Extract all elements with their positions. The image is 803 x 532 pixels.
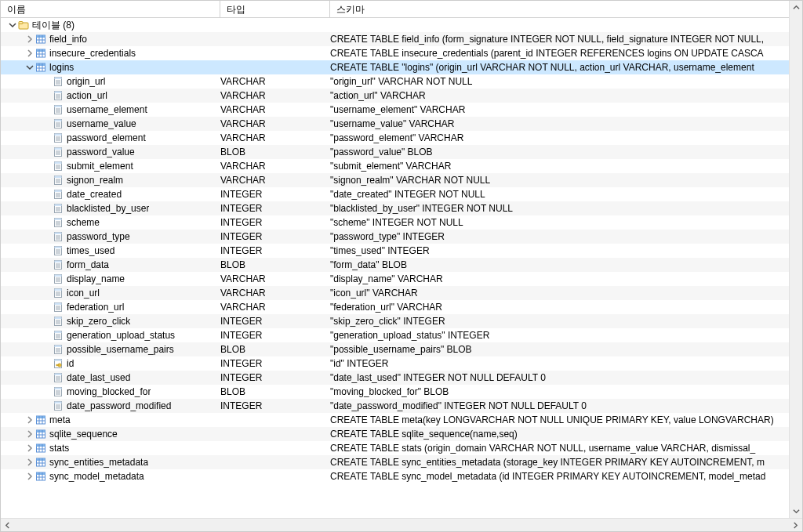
row-name-label: icon_url: [67, 286, 100, 300]
column-row[interactable]: icon_urlVARCHAR"icon_url" VARCHAR: [1, 286, 789, 300]
chevron-right-icon[interactable]: [24, 34, 35, 45]
table-row[interactable]: loginsCREATE TABLE "logins" (origin_url …: [1, 60, 789, 74]
folder-icon: [18, 20, 29, 31]
column-row[interactable]: blacklisted_by_userINTEGER"blacklisted_b…: [1, 201, 789, 215]
column-icon: [53, 302, 64, 313]
column-row[interactable]: display_nameVARCHAR"display_name" VARCHA…: [1, 272, 789, 286]
svg-rect-122: [55, 374, 62, 376]
row-schema-cell: "skip_zero_click" INTEGER: [330, 314, 789, 328]
column-icon: [53, 104, 64, 115]
row-type-cell: BLOB: [220, 258, 330, 272]
row-type-cell: [220, 469, 330, 483]
chevron-right-icon[interactable]: [24, 414, 35, 425]
row-name-label: date_last_used: [67, 371, 130, 385]
row-type-cell: VARCHAR: [220, 131, 330, 145]
scroll-right-icon[interactable]: [789, 519, 802, 532]
column-row[interactable]: password_typeINTEGER"password_type" INTE…: [1, 230, 789, 244]
tree-root-row[interactable]: 테이블 (8): [1, 18, 789, 32]
row-schema-cell: "generation_upload_status" INTEGER: [330, 328, 789, 342]
table-row[interactable]: insecure_credentialsCREATE TABLE insecur…: [1, 46, 789, 60]
row-schema-cell: "date_created" INTEGER NOT NULL: [330, 187, 789, 201]
column-icon: [53, 245, 64, 256]
column-row[interactable]: password_elementVARCHAR"password_element…: [1, 131, 789, 145]
column-row[interactable]: schemeINTEGER"scheme" INTEGER NOT NULL: [1, 215, 789, 230]
column-row[interactable]: date_password_modifiedINTEGER"date_passw…: [1, 399, 789, 413]
svg-rect-152: [37, 458, 45, 461]
row-type-cell: [220, 32, 330, 46]
chevron-right-icon[interactable]: [24, 48, 35, 59]
column-row[interactable]: date_createdINTEGER"date_created" INTEGE…: [1, 187, 789, 201]
row-type-cell: [220, 441, 330, 455]
column-row[interactable]: username_valueVARCHAR"username_value" VA…: [1, 117, 789, 131]
column-row[interactable]: signon_realmVARCHAR"signon_realm" VARCHA…: [1, 173, 789, 187]
row-name-label: date_created: [67, 187, 122, 201]
column-row[interactable]: generation_upload_statusINTEGER"generati…: [1, 328, 789, 342]
table-row[interactable]: metaCREATE TABLE meta(key LONGVARCHAR NO…: [1, 413, 789, 427]
svg-rect-88: [55, 275, 62, 277]
table-row[interactable]: field_infoCREATE TABLE field_info (form_…: [1, 32, 789, 46]
column-key-icon: [53, 358, 64, 369]
column-icon: [53, 316, 64, 327]
chevron-down-icon[interactable]: [7, 20, 18, 31]
column-icon: [53, 217, 64, 228]
column-row[interactable]: submit_elementVARCHAR"submit_element" VA…: [1, 159, 789, 173]
table-row[interactable]: sync_model_metadataCREATE TABLE sync_mod…: [1, 469, 789, 483]
tree-body: 테이블 (8)field_infoCREATE TABLE field_info…: [1, 18, 789, 518]
horizontal-scrollbar[interactable]: [1, 518, 802, 531]
row-name-label: form_data: [67, 258, 109, 272]
column-row[interactable]: moving_blocked_forBLOB"moving_blocked_fo…: [1, 385, 789, 399]
column-row[interactable]: action_urlVARCHAR"action_url" VARCHAR: [1, 89, 789, 103]
column-row[interactable]: skip_zero_clickINTEGER"skip_zero_click" …: [1, 314, 789, 328]
column-row[interactable]: username_elementVARCHAR"username_element…: [1, 103, 789, 117]
row-name-label: password_type: [67, 230, 130, 244]
chevron-right-icon[interactable]: [24, 457, 35, 468]
row-schema-cell: "action_url" VARCHAR: [330, 89, 789, 103]
chevron-right-icon[interactable]: [24, 471, 35, 482]
header-schema[interactable]: 스키마: [330, 1, 802, 17]
row-name-label: times_used: [67, 244, 114, 258]
row-name-label: stats: [49, 441, 69, 455]
scroll-track[interactable]: [790, 14, 802, 505]
vertical-scrollbar[interactable]: [789, 1, 802, 518]
header-type[interactable]: 타입: [220, 1, 330, 17]
row-name-label: id: [67, 356, 74, 371]
chevron-right-icon[interactable]: [24, 429, 35, 440]
table-icon: [35, 457, 46, 468]
header-name[interactable]: 이름: [1, 1, 220, 17]
row-type-cell: INTEGER: [220, 244, 330, 258]
svg-rect-8: [37, 49, 45, 52]
table-row[interactable]: statsCREATE TABLE stats (origin_domain V…: [1, 441, 789, 455]
row-type-cell: [220, 413, 330, 427]
scroll-left-icon[interactable]: [1, 519, 14, 532]
row-schema-cell: "origin_url" VARCHAR NOT NULL: [330, 74, 789, 89]
table-row[interactable]: sqlite_sequenceCREATE TABLE sqlite_seque…: [1, 427, 789, 441]
column-row[interactable]: origin_urlVARCHAR"origin_url" VARCHAR NO…: [1, 74, 789, 89]
svg-rect-53: [55, 176, 62, 179]
scroll-track-h[interactable]: [14, 519, 789, 531]
row-name-label: sync_entities_metadata: [49, 455, 148, 469]
row-schema-cell: [330, 18, 789, 32]
chevron-right-icon[interactable]: [24, 443, 35, 454]
column-row[interactable]: idINTEGER"id" INTEGER: [1, 356, 789, 371]
chevron-down-icon[interactable]: [24, 62, 35, 73]
table-icon: [35, 48, 46, 59]
row-type-cell: [220, 46, 330, 60]
scroll-up-icon[interactable]: [790, 1, 803, 14]
table-row[interactable]: sync_entities_metadataCREATE TABLE sync_…: [1, 455, 789, 469]
row-type-cell: INTEGER: [220, 230, 330, 244]
row-schema-cell: "form_data" BLOB: [330, 258, 789, 272]
row-type-cell: VARCHAR: [220, 103, 330, 117]
row-schema-cell: CREATE TABLE "logins" (origin_url VARCHA…: [330, 60, 789, 74]
row-type-cell: INTEGER: [220, 215, 330, 230]
column-row[interactable]: possible_username_pairsBLOB"possible_use…: [1, 342, 789, 356]
column-icon: [53, 330, 64, 341]
scroll-down-icon[interactable]: [790, 505, 803, 518]
column-row[interactable]: date_last_usedINTEGER"date_last_used" IN…: [1, 371, 789, 385]
column-icon: [53, 189, 64, 200]
column-row[interactable]: times_usedINTEGER"times_used" INTEGER: [1, 244, 789, 258]
column-row[interactable]: form_dataBLOB"form_data" BLOB: [1, 258, 789, 272]
row-schema-cell: "signon_realm" VARCHAR NOT NULL: [330, 173, 789, 187]
svg-rect-147: [37, 444, 45, 447]
column-row[interactable]: federation_urlVARCHAR"federation_url" VA…: [1, 300, 789, 314]
column-row[interactable]: password_valueBLOB"password_value" BLOB: [1, 145, 789, 159]
